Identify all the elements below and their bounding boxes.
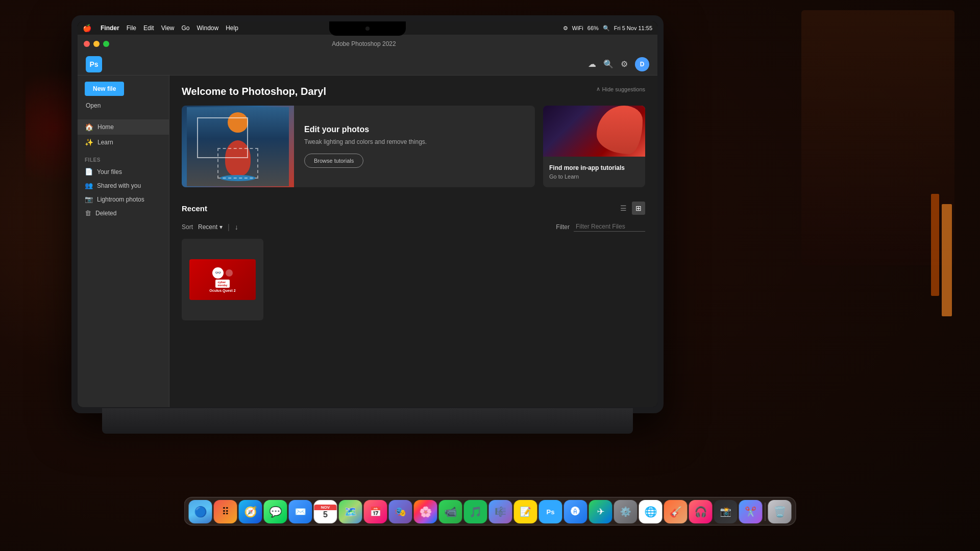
filter-input[interactable] bbox=[574, 222, 645, 232]
bookmark-decor-1 bbox=[942, 204, 952, 316]
dock-maps[interactable]: 🗺️ bbox=[339, 500, 362, 523]
dock-fantastical[interactable]: 📅 bbox=[364, 500, 387, 523]
dock-mail[interactable]: ✉️ bbox=[289, 500, 312, 523]
hide-suggestions-button[interactable]: ∧ Hide suggestions bbox=[596, 86, 645, 92]
window-menu[interactable]: Window bbox=[197, 24, 219, 32]
sort-label: Sort bbox=[182, 223, 193, 231]
sidebar-item-learn[interactable]: ✨ Learn bbox=[78, 135, 169, 150]
search-menubar-icon[interactable]: 🔍 bbox=[603, 25, 610, 32]
sidebar-your-files[interactable]: 📄 Your files bbox=[78, 165, 169, 179]
edit-menu[interactable]: Edit bbox=[143, 24, 154, 32]
dock-trash[interactable]: 🗑️ bbox=[768, 500, 792, 523]
dock-templ[interactable]: 🎭 bbox=[389, 500, 412, 523]
deleted-icon: 🗑 bbox=[85, 209, 91, 217]
minimize-button[interactable] bbox=[93, 41, 100, 47]
sidebar-lightroom[interactable]: 📷 Lightroom photos bbox=[78, 192, 169, 206]
plugins-icon[interactable]: ⚙ bbox=[621, 59, 628, 69]
go-menu[interactable]: Go bbox=[182, 24, 190, 32]
dock-chrome[interactable]: 🌐 bbox=[639, 500, 663, 523]
hide-suggestions-label: Hide suggestions bbox=[602, 86, 645, 92]
go-to-learn-link[interactable]: Go to Learn bbox=[549, 173, 639, 180]
sort-order-icon[interactable]: ↓ bbox=[235, 223, 238, 231]
dock-notes[interactable]: 📝 bbox=[514, 500, 537, 523]
apple-menu-icon[interactable]: 🍎 bbox=[83, 24, 91, 32]
dock-testflight[interactable]: ✈ bbox=[589, 500, 612, 523]
wifi-icon[interactable]: WiFi bbox=[572, 25, 583, 31]
control-center-icon[interactable]: ⚙ bbox=[563, 25, 568, 32]
files-section-label: FILES bbox=[78, 150, 169, 165]
close-button[interactable] bbox=[84, 41, 90, 47]
user-avatar[interactable]: D bbox=[635, 57, 649, 71]
dock-messages[interactable]: 💬 bbox=[264, 500, 287, 523]
sidebar-item-home[interactable]: 🏠 Home bbox=[78, 119, 169, 135]
welcome-title: Welcome to Photoshop, Daryl bbox=[182, 86, 645, 97]
dock-photos[interactable]: 🌸 bbox=[414, 500, 437, 523]
camera-dot bbox=[365, 27, 370, 31]
file-thumb-label: Oculus Quest 2 bbox=[209, 289, 235, 292]
dock-headphones[interactable]: 🎧 bbox=[689, 500, 713, 523]
maximize-button[interactable] bbox=[103, 41, 109, 47]
window-controls bbox=[84, 41, 109, 47]
learn-icon: ✨ bbox=[85, 138, 93, 146]
open-button[interactable]: Open bbox=[85, 100, 162, 111]
dock-syspref[interactable]: ⚙️ bbox=[614, 500, 638, 523]
ps-main-content: Welcome to Photoshop, Daryl ∧ Hide sugge… bbox=[169, 76, 657, 407]
file-thumbnail: 👓 cyber monday Oculus Quest 2 bbox=[189, 259, 256, 300]
laptop-shell: 🍎 Finder File Edit View Go Window Help ⚙… bbox=[71, 15, 664, 413]
screen-bezel: 🍎 Finder File Edit View Go Window Help ⚙… bbox=[78, 21, 657, 407]
new-file-button[interactable]: New file bbox=[85, 82, 124, 96]
camera-notch bbox=[329, 21, 406, 36]
tutorials-card[interactable]: Find more in-app tutorials Go to Learn bbox=[543, 106, 645, 187]
search-icon[interactable]: 🔍 bbox=[603, 59, 614, 69]
chevron-up-icon: ∧ bbox=[596, 86, 600, 92]
your-files-label: Your files bbox=[97, 168, 122, 176]
edit-photos-image bbox=[182, 106, 294, 187]
dock-safari[interactable]: 🧭 bbox=[239, 500, 262, 523]
cloud-icon[interactable]: ☁ bbox=[588, 59, 596, 69]
lightroom-label: Lightroom photos bbox=[97, 196, 144, 203]
dock-calendar[interactable]: NOV 5 bbox=[314, 500, 337, 523]
help-menu[interactable]: Help bbox=[226, 24, 238, 32]
dock-launchpad[interactable]: ⠿ bbox=[214, 500, 237, 523]
menubar-right: ⚙ WiFi 66% 🔍 Fri 5 Nov 11:55 bbox=[563, 25, 652, 32]
finder-menu[interactable]: Finder bbox=[101, 24, 119, 32]
dock-finder[interactable]: 🔵 bbox=[189, 500, 212, 523]
shared-label: Shared with you bbox=[97, 182, 141, 189]
view-toggle: ☰ ⊞ bbox=[617, 202, 645, 215]
calendar-date: 5 bbox=[323, 510, 328, 519]
sidebar-deleted[interactable]: 🗑 Deleted bbox=[78, 206, 169, 220]
dock-auxy[interactable]: 🎼 bbox=[489, 500, 512, 523]
edit-photos-text: Edit your photos Tweak lighting and colo… bbox=[294, 106, 437, 187]
sidebar-shared[interactable]: 👥 Shared with you bbox=[78, 179, 169, 192]
dock-spotify[interactable]: 🎵 bbox=[464, 500, 487, 523]
dock-photoshop[interactable]: Ps bbox=[539, 500, 562, 523]
lightroom-icon: 📷 bbox=[85, 195, 93, 203]
grid-view-button[interactable]: ⊞ bbox=[632, 202, 645, 215]
recent-file-item[interactable]: 👓 cyber monday Oculus Quest 2 bbox=[182, 239, 263, 320]
bookmark-decor-2 bbox=[931, 194, 939, 296]
dock-clips[interactable]: ✂️ bbox=[739, 500, 763, 523]
keyboard bbox=[102, 408, 633, 434]
window-title: Adobe Photoshop 2022 bbox=[117, 40, 610, 47]
sort-dropdown[interactable]: Recent ▾ bbox=[198, 223, 223, 231]
dock-recorder[interactable]: 📸 bbox=[714, 500, 738, 523]
edit-photos-title: Edit your photos bbox=[304, 125, 427, 134]
file-menu[interactable]: File bbox=[127, 24, 136, 32]
dock-garageband[interactable]: 🎸 bbox=[664, 500, 688, 523]
dock-facetime[interactable]: 📹 bbox=[439, 500, 462, 523]
sidebar-home-label: Home bbox=[97, 123, 114, 131]
recent-header: Recent ☰ ⊞ bbox=[182, 202, 645, 215]
battery-status: 66% bbox=[587, 25, 599, 31]
recent-section: Recent ☰ ⊞ Sort Recent ▾ bbox=[182, 202, 645, 320]
dock-separator bbox=[765, 503, 766, 521]
clock: Fri 5 Nov 11:55 bbox=[614, 25, 652, 31]
edit-photos-card[interactable]: Edit your photos Tweak lighting and colo… bbox=[182, 106, 535, 187]
suggestions-row: Edit your photos Tweak lighting and colo… bbox=[182, 106, 645, 187]
dock-appstore[interactable]: 🅐 bbox=[564, 500, 587, 523]
shared-icon: 👥 bbox=[85, 182, 93, 189]
list-view-button[interactable]: ☰ bbox=[617, 202, 630, 215]
view-menu[interactable]: View bbox=[161, 24, 175, 32]
browse-tutorials-button[interactable]: Browse tutorials bbox=[304, 154, 363, 168]
edit-photos-desc: Tweak lighting and colors and remove thi… bbox=[304, 138, 427, 145]
filter-area: Filter bbox=[556, 222, 645, 232]
